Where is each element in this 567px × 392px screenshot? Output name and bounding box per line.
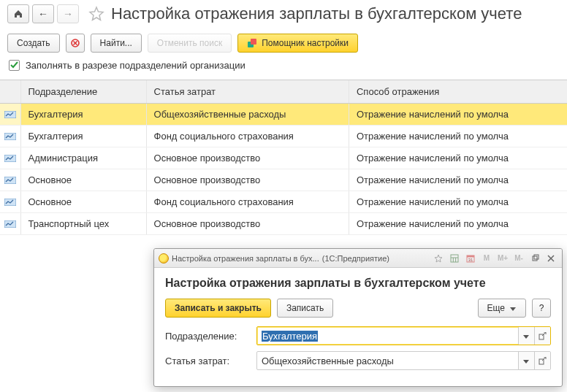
titlebar-calc-icon[interactable] bbox=[448, 252, 461, 265]
cell-dept: Бухгалтерия bbox=[20, 104, 146, 126]
titlebar-calendar-icon[interactable]: 31 bbox=[464, 252, 477, 265]
table-row[interactable]: БухгалтерияОбщехозяйственные расходыОтра… bbox=[0, 104, 567, 126]
cell-dept: Основное bbox=[20, 169, 146, 191]
table-row[interactable]: ОсновноеОсновное производствоОтражение н… bbox=[0, 169, 567, 191]
cost-field[interactable]: Общехозяйственные расходы bbox=[256, 351, 551, 370]
svg-rect-4 bbox=[4, 133, 16, 140]
svg-rect-6 bbox=[4, 177, 16, 184]
cell-cost: Основное производство bbox=[146, 147, 349, 169]
row-icon bbox=[3, 220, 18, 228]
table-row[interactable]: ОсновноеФонд социального страхованияОтра… bbox=[0, 191, 567, 213]
svg-rect-2 bbox=[251, 39, 256, 45]
svg-rect-5 bbox=[4, 155, 16, 162]
cost-field-label: Статья затрат: bbox=[165, 356, 249, 366]
cancel-search-button[interactable]: Отменить поиск bbox=[148, 34, 232, 53]
cell-method: Отражение начислений по умолча bbox=[349, 126, 567, 147]
dialog-window-app: (1С:Предприятие) bbox=[322, 254, 389, 263]
row-icon bbox=[3, 133, 18, 140]
cell-dept: Бухгалтерия bbox=[20, 126, 146, 147]
cell-cost: Основное производство bbox=[146, 169, 349, 191]
chevron-down-icon bbox=[509, 303, 517, 313]
svg-text:31: 31 bbox=[468, 258, 473, 262]
cell-cost: Фонд социального страхования bbox=[146, 126, 349, 147]
cell-dept: Основное bbox=[20, 191, 146, 213]
dept-field[interactable]: Бухгалтерия bbox=[256, 326, 551, 345]
table-row[interactable]: Транспортный цехОсновное производствоОтр… bbox=[0, 213, 567, 235]
cell-cost: Общехозяйственные расходы bbox=[146, 104, 349, 126]
dept-field-label: Подразделение: bbox=[165, 331, 249, 342]
fill-by-dept-checkbox[interactable] bbox=[9, 60, 20, 71]
dept-dropdown-button[interactable] bbox=[518, 327, 534, 345]
more-label: Еще bbox=[487, 303, 505, 313]
edit-dialog: Настройка отражения зарплаты в бух... (1… bbox=[153, 248, 563, 387]
page-title: Настройка отражения зарплаты в бухгалтер… bbox=[111, 4, 522, 23]
chevron-down-icon bbox=[523, 331, 530, 340]
svg-rect-8 bbox=[4, 220, 16, 228]
cell-dept: Администрация bbox=[20, 147, 146, 169]
cell-cost: Основное производство bbox=[146, 213, 349, 235]
cost-field-value[interactable]: Общехозяйственные расходы bbox=[257, 352, 518, 369]
cell-method: Отражение начислений по умолча bbox=[349, 213, 567, 235]
create-button[interactable]: Создать bbox=[7, 34, 60, 53]
save-close-button[interactable]: Записать и закрыть bbox=[165, 299, 271, 318]
more-button[interactable]: Еще bbox=[478, 299, 526, 318]
titlebar-restore-icon[interactable] bbox=[528, 252, 541, 265]
cell-method: Отражение начислений по умолча bbox=[349, 147, 567, 169]
cell-method: Отражение начислений по умолча bbox=[349, 104, 567, 126]
wizard-label: Помощник настройки bbox=[262, 38, 349, 48]
col-dept[interactable]: Подразделение bbox=[20, 80, 146, 104]
row-icon bbox=[3, 199, 18, 206]
dialog-window-title: Настройка отражения зарплаты в бух... bbox=[172, 254, 319, 263]
cell-cost: Фонд социального страхования bbox=[146, 191, 349, 213]
titlebar-fav-icon[interactable] bbox=[432, 252, 445, 265]
svg-rect-3 bbox=[4, 111, 16, 118]
wizard-button[interactable]: Помощник настройки bbox=[237, 34, 358, 53]
table-row[interactable]: БухгалтерияФонд социального страхованияО… bbox=[0, 126, 567, 147]
col-cost[interactable]: Статья затрат bbox=[146, 80, 349, 104]
delete-button[interactable] bbox=[66, 34, 85, 53]
dept-field-value[interactable]: Бухгалтерия bbox=[262, 331, 318, 342]
titlebar-mminus-button[interactable]: M- bbox=[512, 252, 525, 265]
dialog-heading: Настройка отражения зарплаты в бухгалтер… bbox=[165, 277, 551, 290]
svg-rect-9 bbox=[451, 255, 458, 262]
titlebar-mplus-button[interactable]: M+ bbox=[496, 252, 509, 265]
settings-table: Подразделение Статья затрат Способ отраж… bbox=[0, 80, 567, 235]
titlebar-m-button[interactable]: M bbox=[480, 252, 493, 265]
row-icon bbox=[3, 177, 18, 184]
home-button[interactable] bbox=[7, 4, 29, 23]
svg-rect-17 bbox=[534, 255, 539, 259]
app-logo-icon bbox=[159, 253, 169, 264]
forward-button[interactable]: → bbox=[57, 4, 79, 23]
dept-open-button[interactable] bbox=[534, 327, 550, 345]
row-icon bbox=[3, 155, 18, 162]
fill-by-dept-label: Заполнять в разрезе подразделений органи… bbox=[26, 60, 246, 71]
svg-rect-16 bbox=[533, 256, 537, 261]
save-button[interactable]: Записать bbox=[277, 299, 333, 318]
cell-method: Отражение начислений по умолча bbox=[349, 191, 567, 213]
favorite-star-icon[interactable] bbox=[88, 5, 105, 23]
back-button[interactable]: ← bbox=[32, 4, 54, 23]
cell-dept: Транспортный цех bbox=[20, 213, 146, 235]
col-icon[interactable] bbox=[0, 80, 20, 104]
svg-rect-7 bbox=[4, 199, 16, 206]
cell-method: Отражение начислений по умолча bbox=[349, 169, 567, 191]
wizard-icon bbox=[247, 38, 257, 48]
titlebar-close-icon[interactable] bbox=[544, 252, 558, 265]
row-icon bbox=[3, 111, 18, 118]
chevron-down-icon bbox=[523, 356, 530, 365]
cost-open-button[interactable] bbox=[534, 352, 550, 369]
cost-dropdown-button[interactable] bbox=[518, 352, 534, 369]
help-button[interactable]: ? bbox=[532, 299, 551, 318]
dialog-titlebar[interactable]: Настройка отражения зарплаты в бух... (1… bbox=[154, 249, 562, 268]
col-method[interactable]: Способ отражения bbox=[349, 80, 567, 104]
find-button[interactable]: Найти... bbox=[91, 34, 142, 53]
table-row[interactable]: АдминистрацияОсновное производствоОтраже… bbox=[0, 147, 567, 169]
